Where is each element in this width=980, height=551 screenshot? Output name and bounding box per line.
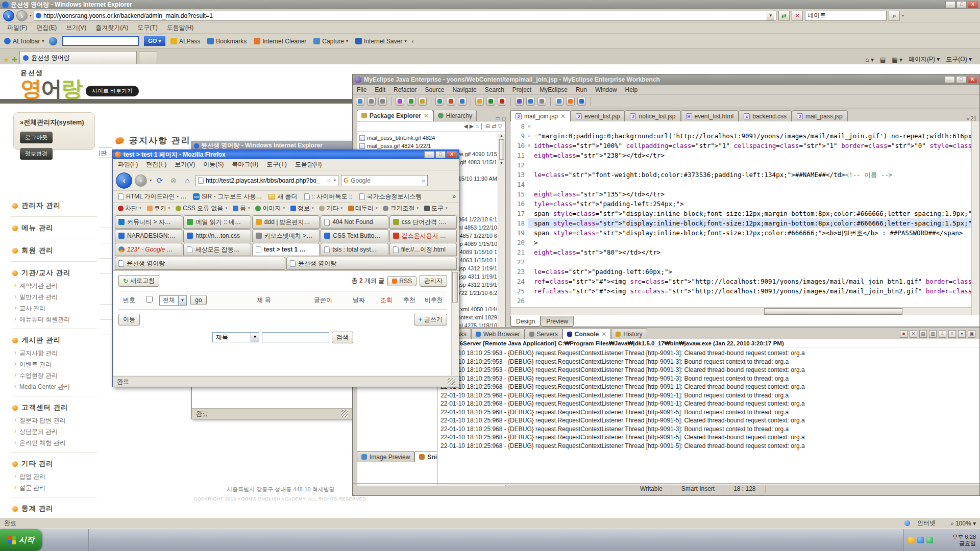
console-toolbar-icon-2[interactable]: ▤	[919, 330, 927, 338]
menu-item[interactable]: Refactor	[394, 86, 416, 93]
menu-item[interactable]: 북마크(B)	[232, 160, 258, 169]
sidebar-item-6[interactable]: 기타 관리	[11, 456, 97, 471]
overflow-chevron-icon[interactable]: »	[452, 193, 456, 200]
menu-item[interactable]: Edit	[375, 86, 385, 93]
admin-button[interactable]: 관리자	[420, 275, 447, 287]
browser-tab[interactable]: NARADESIGN:…	[115, 229, 182, 242]
close-tab-icon[interactable]: ✕	[601, 331, 606, 338]
content-scrollbar[interactable]	[451, 271, 458, 375]
forward-button[interactable]: ›	[135, 174, 147, 187]
code-line-13[interactable]: 13le=class="str">"font-weight:bold;color…	[510, 170, 971, 180]
sidebar-subitem[interactable]: 팝업 관리	[11, 471, 97, 482]
code-line-14[interactable]: 14	[510, 180, 971, 189]
toolbar-icon-16[interactable]	[566, 97, 575, 106]
console-tab-console[interactable]: Console✕	[562, 328, 611, 339]
maximize-button[interactable]: □	[956, 76, 966, 83]
code-line-22[interactable]: 22	[510, 257, 971, 267]
browser-tab[interactable]: file://…이정.html	[389, 243, 457, 256]
browser-tab[interactable]: http://n…ton.css	[183, 229, 251, 242]
console-toolbar-icon-1[interactable]: ✕	[910, 330, 917, 338]
altoolbar-go-button[interactable]: GO ▾	[144, 36, 165, 46]
sidebar-subitem[interactable]: 온라인 체험 관리	[11, 437, 97, 448]
toolbar-icon-4[interactable]	[407, 97, 415, 106]
go-button[interactable]: go	[190, 295, 206, 305]
tab-design[interactable]: Design	[510, 316, 541, 327]
menu-item[interactable]: Window	[595, 86, 617, 93]
menu-item[interactable]: Source	[425, 86, 444, 93]
console-tab-servers[interactable]: Servers	[525, 328, 562, 339]
sidebar-item-5[interactable]: 고객센터 관리	[11, 400, 97, 415]
maximize-button[interactable]: □	[435, 151, 446, 158]
close-tab-icon[interactable]: ✕	[560, 113, 566, 120]
tree-item[interactable]: mail_pass_btnLink.gif 4824	[359, 134, 497, 142]
webdev-item[interactable]: 쿠키	[145, 204, 173, 213]
print-icon[interactable]: ▦ ▾	[892, 56, 902, 63]
code-line-19[interactable]: 19span style=class="str">"display:inline…	[510, 228, 971, 238]
move-button[interactable]: 이동	[118, 314, 140, 325]
back-button[interactable]: ‹	[116, 172, 132, 189]
search-magnifier-icon[interactable]: ⌕	[889, 11, 900, 21]
tools-menu[interactable]: 도구(O) ▾	[946, 55, 972, 64]
change-info-button[interactable]: 정보변경	[20, 148, 53, 160]
tray-icon-3[interactable]	[926, 537, 933, 543]
address-field[interactable]: http://yoonsrang.yoons.or.kr/backend/adm…	[34, 11, 776, 21]
minimize-button[interactable]: _	[945, 1, 955, 8]
history-dropdown-icon[interactable]: ▾	[150, 178, 152, 183]
view-minmax-icons[interactable]: ▭ ◻	[495, 115, 506, 121]
webdev-item[interactable]: 이미지	[253, 204, 287, 213]
browser-tab[interactable]: 메일 읽기 :: 네…	[183, 215, 251, 229]
editor-tab-mail_join.jsp[interactable]: Jmail_join.jsp✕	[510, 110, 571, 121]
webdev-item[interactable]: 정보	[288, 204, 316, 213]
new-tab-stub[interactable]	[139, 51, 157, 64]
webdev-item[interactable]: 폼	[231, 204, 252, 213]
reload-icon[interactable]: ⟳	[154, 176, 165, 185]
myeclipse-titlebar[interactable]: MyEclipse Java Enterprise - yoons/WebCon…	[353, 74, 979, 85]
menu-item[interactable]: 보기(V)	[175, 160, 195, 169]
tree-item[interactable]: mail_pass.gif 4824 1/22/1	[359, 142, 497, 150]
browser-tab[interactable]: 123* - Google …	[115, 243, 182, 256]
browser-tab[interactable]: CSS Text Butto…	[321, 229, 388, 242]
menu-item[interactable]: Help	[625, 86, 638, 93]
board-search-button[interactable]: 검색	[332, 332, 353, 343]
tray-icon-1[interactable]	[908, 537, 915, 543]
fold-marker[interactable]: ⊖	[528, 131, 534, 141]
sidebar-subitem[interactable]: 수업현장 관리	[11, 370, 97, 381]
tray-clock[interactable]: 오후 6:28 금요일	[952, 534, 976, 547]
tab-yoonsaeng[interactable]: 윤선생 영어랑	[19, 51, 137, 64]
forward-button[interactable]: ›	[16, 10, 28, 21]
toolbar-icon-8[interactable]	[458, 97, 467, 106]
sidebar-item-2[interactable]: 회원 관리	[11, 243, 97, 258]
toolbar-icon-2[interactable]	[378, 97, 387, 106]
bookmark-item[interactable]: 국가소송정보시스템	[357, 192, 425, 201]
zoom-level[interactable]: ⌕ 100% ▾	[950, 520, 976, 527]
menu-item[interactable]: 파일(F)	[118, 160, 138, 169]
search-magnifier-icon[interactable]: ⌕	[422, 177, 425, 184]
bookmark-item[interactable]: ooSIR - 그누보드 사용…	[190, 192, 264, 201]
menu-item[interactable]: 도움말(H)	[295, 160, 322, 169]
home-icon[interactable]: ⌂	[182, 176, 193, 185]
category-select[interactable]: 전체▼	[159, 295, 187, 306]
code-line-15[interactable]: 15eight=class="str">"135"></td></tr>	[510, 189, 971, 199]
url-dropdown-icon[interactable]: ▾	[334, 178, 336, 183]
refresh-button[interactable]: ↻ 새로고침	[118, 275, 159, 287]
altoolbar-item[interactable]: Internet Cleaner	[254, 38, 306, 45]
editor-tab-event_list.jsp[interactable]: Jevent_list.jsp	[571, 110, 625, 121]
menu-item[interactable]: 즐겨찾기(A)	[95, 23, 128, 32]
code-area[interactable]: 8⊖9⊖="margin:0;padding:0;background:url(…	[510, 121, 971, 306]
feeds-icon[interactable]: ▤	[880, 56, 886, 63]
refresh-button[interactable]: ⇄	[778, 11, 790, 21]
toolbar-icon-11[interactable]	[498, 97, 506, 106]
resize-grip[interactable]	[341, 410, 348, 417]
fold-marker[interactable]: ⊖	[528, 141, 534, 151]
sidebar-subitem[interactable]: 설문 관리	[11, 482, 97, 493]
home-icon[interactable]: ⌂ ▾	[865, 56, 874, 63]
console-toolbar-icon-5[interactable]: ⇧	[948, 330, 956, 338]
code-line-10[interactable]: 10⊖idth=class="str">"100%" cellpadding=c…	[510, 141, 971, 151]
code-line-12[interactable]: 12	[510, 160, 971, 170]
browser-tab[interactable]: ddd | 받은편지…	[252, 215, 320, 229]
menu-item[interactable]: 편집(E)	[36, 23, 57, 32]
console-toolbar-icon-6[interactable]: ▾	[958, 330, 966, 338]
toolbar-icon-3[interactable]	[396, 97, 404, 106]
toolbar-icon-12[interactable]	[515, 97, 524, 106]
sidebar-item-3[interactable]: 기관/교사 관리	[11, 265, 97, 280]
